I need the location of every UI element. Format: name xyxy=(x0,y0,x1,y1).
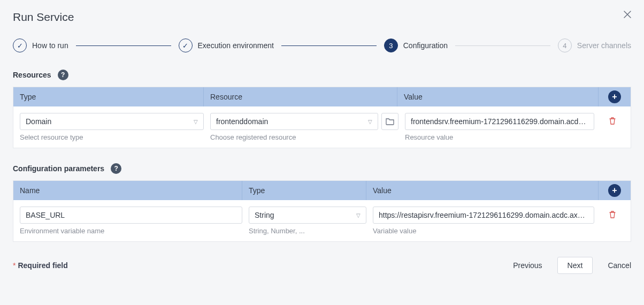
param-value-input[interactable] xyxy=(379,207,588,223)
resources-table: Type Resource Value + Domain ▽ Select re… xyxy=(13,87,631,148)
step-server-channels[interactable]: 4 Server channels xyxy=(558,39,631,52)
add-resource-button[interactable]: + xyxy=(608,90,621,103)
resource-value-input-wrap xyxy=(405,113,594,130)
browse-resource-button[interactable] xyxy=(381,113,398,130)
resource-name-select[interactable]: frontenddomain ▽ xyxy=(210,113,378,130)
required-text: Required field xyxy=(18,261,67,270)
config-params-heading: Configuration parameters ? xyxy=(13,163,631,174)
stepper: ✓ How to run ✓ Execution environment 3 C… xyxy=(13,39,631,52)
resource-name-helper: Choose registered resource xyxy=(210,133,398,141)
required-field-note: *Required field xyxy=(13,261,68,270)
param-name-input[interactable] xyxy=(26,207,236,223)
resources-heading: Resources ? xyxy=(13,70,631,80)
plus-icon: + xyxy=(612,186,617,195)
trash-icon xyxy=(609,210,616,219)
delete-resource-button[interactable] xyxy=(609,117,616,127)
delete-param-button[interactable] xyxy=(609,210,616,220)
close-icon xyxy=(624,11,631,18)
trash-icon xyxy=(609,117,616,125)
config-header-row: Name Type Value + xyxy=(13,181,631,200)
resource-row: Domain ▽ Select resource type frontenddo… xyxy=(13,106,631,148)
check-icon: ✓ xyxy=(179,39,193,52)
th-value: Value xyxy=(366,181,599,200)
modal-title: Run Service xyxy=(13,11,631,24)
param-name-helper: Environment variable name xyxy=(20,227,242,235)
resource-type-helper: Select resource type xyxy=(20,133,204,141)
th-name: Name xyxy=(13,181,242,200)
next-button[interactable]: Next xyxy=(557,257,593,274)
previous-button[interactable]: Previous xyxy=(513,261,542,270)
help-icon[interactable]: ? xyxy=(58,70,68,80)
param-value-input-wrap xyxy=(373,207,594,224)
folder-icon xyxy=(386,118,394,125)
modal-footer: *Required field Previous Next Cancel xyxy=(13,257,631,274)
step-label: Execution environment xyxy=(198,41,274,50)
resource-value-input[interactable] xyxy=(411,113,588,129)
cancel-button[interactable]: Cancel xyxy=(608,261,631,270)
config-params-table: Name Type Value + Environment variable n… xyxy=(13,180,631,242)
resource-type-select[interactable]: Domain ▽ xyxy=(20,113,204,130)
param-name-input-wrap xyxy=(20,207,242,224)
resources-header-row: Type Resource Value + xyxy=(13,87,631,106)
config-params-heading-text: Configuration parameters xyxy=(13,164,104,173)
step-connector xyxy=(455,45,550,46)
param-type-value: String xyxy=(255,211,274,219)
step-configuration[interactable]: 3 Configuration xyxy=(384,39,448,52)
step-number: 4 xyxy=(558,39,572,52)
step-label: Server channels xyxy=(577,41,631,50)
chevron-down-icon: ▽ xyxy=(368,119,372,125)
th-add: + xyxy=(599,181,631,200)
close-button[interactable] xyxy=(624,10,631,21)
step-connector xyxy=(281,45,377,46)
step-label: How to run xyxy=(32,41,68,50)
th-value: Value xyxy=(397,87,599,106)
add-param-button[interactable]: + xyxy=(608,184,621,197)
resource-name-value: frontenddomain xyxy=(216,117,268,126)
step-connector xyxy=(76,45,171,46)
param-type-select[interactable]: String ▽ xyxy=(249,207,366,224)
th-type: Type xyxy=(242,181,366,200)
resource-type-value: Domain xyxy=(26,117,51,126)
check-icon: ✓ xyxy=(13,39,27,52)
resources-heading-text: Resources xyxy=(13,71,51,79)
step-number: 3 xyxy=(384,39,398,52)
plus-icon: + xyxy=(612,92,617,102)
help-icon[interactable]: ? xyxy=(111,163,121,174)
param-type-helper: String, Number, ... xyxy=(249,227,366,235)
chevron-down-icon: ▽ xyxy=(356,212,361,218)
th-type: Type xyxy=(13,87,204,106)
step-execution-env[interactable]: ✓ Execution environment xyxy=(179,39,274,52)
step-label: Configuration xyxy=(403,41,448,50)
resource-value-helper: Resource value xyxy=(405,133,594,141)
chevron-down-icon: ▽ xyxy=(194,119,198,125)
th-resource: Resource xyxy=(204,87,397,106)
param-value-helper: Variable value xyxy=(373,227,594,235)
step-how-to-run[interactable]: ✓ How to run xyxy=(13,39,68,52)
run-service-modal: Run Service ✓ How to run ✓ Execution env… xyxy=(0,0,644,305)
asterisk-icon: * xyxy=(13,261,16,270)
config-param-row: Environment variable name String ▽ Strin… xyxy=(13,200,631,241)
th-add: + xyxy=(599,87,631,106)
